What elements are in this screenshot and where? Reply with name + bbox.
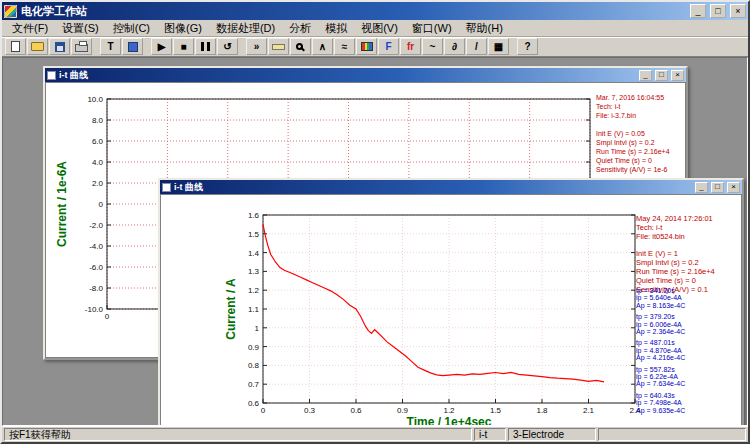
- menu-bar: 文件(F)设置(S)控制(C)图像(G)数据处理(D)分析模拟视图(V)窗口(W…: [2, 20, 748, 37]
- annotation-line: Run Time (s) = 2.16e+4: [636, 267, 715, 276]
- annotation-line: Smpl Intvl (s) = 0.2: [636, 258, 715, 267]
- app-window: 电化学工作站 _ □ × 文件(F)设置(S)控制(C)图像(G)数据处理(D)…: [0, 0, 750, 444]
- annotation-line: Smpl Intvl (s) = 0.2: [596, 138, 670, 147]
- svg-text:-8.0: -8.0: [89, 284, 103, 293]
- new-file-button[interactable]: [5, 38, 26, 55]
- peak-group: tp = 379.20sip = 6.006e-4AAp = 2.364e-4C: [636, 313, 685, 335]
- peak-group: tp = 487.01sip = 4.870e-4AAp = 4.216e-4C: [636, 339, 685, 361]
- menu-item-graphics[interactable]: 图像(G): [157, 20, 209, 37]
- svg-text:1.1: 1.1: [248, 305, 260, 314]
- child-window-it-front[interactable]: i-t 曲线 _ □ × 1.61.51.41.31.21.110.90.80.…: [158, 178, 744, 426]
- menu-item-file[interactable]: 文件(F): [5, 20, 55, 37]
- child-window-title-front: i-t 曲线: [174, 181, 692, 194]
- svg-text:6.0: 6.0: [92, 137, 104, 146]
- print-button[interactable]: [71, 38, 92, 55]
- open-file-button[interactable]: [27, 38, 48, 55]
- child-close-button[interactable]: ×: [671, 70, 684, 81]
- data-list-button[interactable]: ▦: [488, 38, 509, 55]
- annotation-line: File: i-3.7.bin: [596, 111, 664, 120]
- zoom-button[interactable]: [290, 38, 311, 55]
- minimize-button[interactable]: _: [690, 4, 706, 18]
- svg-text:-2.0: -2.0: [89, 221, 103, 230]
- maximize-button[interactable]: □: [710, 4, 726, 18]
- child-close-button[interactable]: ×: [727, 182, 740, 193]
- smooth-button[interactable]: ~: [422, 38, 443, 55]
- printer-icon: [75, 44, 88, 52]
- overlay-plots-button[interactable]: ≈: [334, 38, 355, 55]
- text-tool-button[interactable]: T: [100, 38, 121, 55]
- svg-text:0.9: 0.9: [397, 406, 409, 415]
- annotation-line: Tech: i-t: [636, 223, 713, 232]
- repeat-run-button[interactable]: ↺: [217, 38, 238, 55]
- help-icon: ?: [524, 42, 530, 52]
- svg-text:2.1: 2.1: [583, 406, 595, 415]
- overlay-icon: ≈: [342, 42, 348, 52]
- status-bar: 按F1获得帮助 i-t 3-Electrode: [2, 426, 748, 442]
- svg-text:0: 0: [261, 406, 266, 415]
- it-curve-chart: 1.61.51.41.31.21.110.90.80.70.600.30.60.…: [191, 195, 643, 426]
- menu-item-analysis[interactable]: 分析: [282, 20, 318, 37]
- title-bar[interactable]: 电化学工作站 _ □ ×: [2, 2, 748, 20]
- svg-text:1: 1: [255, 324, 260, 333]
- save-button[interactable]: [49, 38, 70, 55]
- stop-experiment-button[interactable]: ■: [173, 38, 194, 55]
- svg-text:10.0: 10.0: [87, 95, 103, 104]
- close-button[interactable]: ×: [730, 4, 746, 18]
- status-technique: i-t: [474, 428, 506, 441]
- peak-group: tp = 640.43sip = 7.498e-4AAp = 9.635e-4C: [636, 392, 685, 414]
- svg-text:0.6: 0.6: [350, 406, 362, 415]
- svg-text:Current / A: Current / A: [224, 278, 238, 340]
- annotation-line: Quiet Time (s) = 0: [636, 276, 715, 285]
- label-settings-button[interactable]: fr: [400, 38, 421, 55]
- peak-analysis-button[interactable]: ∧: [312, 38, 333, 55]
- annotation-line: Mar. 7, 2016 16:04:55: [596, 93, 664, 102]
- measure-button[interactable]: [268, 38, 289, 55]
- svg-text:1.3: 1.3: [248, 267, 260, 276]
- window-title: 电化学工作站: [21, 4, 686, 19]
- svg-text:4.0: 4.0: [92, 158, 104, 167]
- baseline-button[interactable]: /: [466, 38, 487, 55]
- menu-item-simulation[interactable]: 模拟: [318, 20, 354, 37]
- menu-item-settings[interactable]: 设置(S): [55, 20, 106, 37]
- child-title-bar-back[interactable]: i-t 曲线 _ □ ×: [45, 68, 686, 82]
- child-maximize-button[interactable]: □: [711, 182, 724, 193]
- color-settings-button[interactable]: [356, 38, 377, 55]
- child-maximize-button[interactable]: □: [655, 70, 668, 81]
- child-minimize-button[interactable]: _: [695, 182, 708, 193]
- child-title-bar-front[interactable]: i-t 曲线 _ □ ×: [160, 180, 742, 194]
- help-button[interactable]: ?: [517, 38, 538, 55]
- child-minimize-button[interactable]: _: [639, 70, 652, 81]
- derivative-button[interactable]: ∂: [444, 38, 465, 55]
- peak-group: tp = 557.82sip = 6.22e-4AAp = 7.634e-4C: [636, 366, 685, 388]
- annotation-line: Tech: i-t: [596, 102, 664, 111]
- run-experiment-button[interactable]: ▶: [151, 38, 172, 55]
- svg-text:0.3: 0.3: [304, 406, 316, 415]
- annotation-line: Quiet Time (s) = 0: [596, 156, 670, 165]
- run-parameters-back: Init E (V) = 0.05Smpl Intvl (s) = 0.2Run…: [596, 129, 670, 174]
- menu-item-help[interactable]: 帮助(H): [459, 20, 510, 37]
- menu-item-window[interactable]: 窗口(W): [405, 20, 459, 37]
- copy-button[interactable]: [122, 38, 143, 55]
- svg-text:0.8: 0.8: [248, 361, 260, 370]
- pause-button[interactable]: [195, 38, 216, 55]
- continue-button[interactable]: »: [246, 38, 267, 55]
- menu-item-data-processing[interactable]: 数据处理(D): [209, 20, 282, 37]
- annotation-line: Init E (V) = 1: [636, 249, 715, 258]
- open-folder-icon: [31, 42, 44, 51]
- slope-icon: /: [475, 42, 478, 52]
- toolbar: T▶■↺»∧≈Ffr~∂/▦?: [2, 37, 748, 57]
- svg-text:1.8: 1.8: [536, 406, 548, 415]
- svg-text:1.5: 1.5: [248, 230, 260, 239]
- annotation-line: Run Time (s) = 2.16e+4: [596, 147, 670, 156]
- font-settings-button[interactable]: F: [378, 38, 399, 55]
- status-electrode-mode: 3-Electrode: [508, 428, 596, 441]
- document-icon: [47, 71, 56, 80]
- menu-item-view[interactable]: 视图(V): [354, 20, 405, 37]
- magnifier-icon: [296, 43, 303, 50]
- annotation-line: Sensitivity (A/V) = 1e-6: [596, 165, 670, 174]
- svg-text:1.5: 1.5: [490, 406, 502, 415]
- svg-text:-6.0: -6.0: [89, 263, 103, 272]
- pause-icon: [201, 42, 210, 51]
- menu-item-control[interactable]: 控制(C): [106, 20, 157, 37]
- peak-annotations: tp = 341.20sip = 5.640e-4AAp = 8.163e-4C…: [636, 287, 685, 418]
